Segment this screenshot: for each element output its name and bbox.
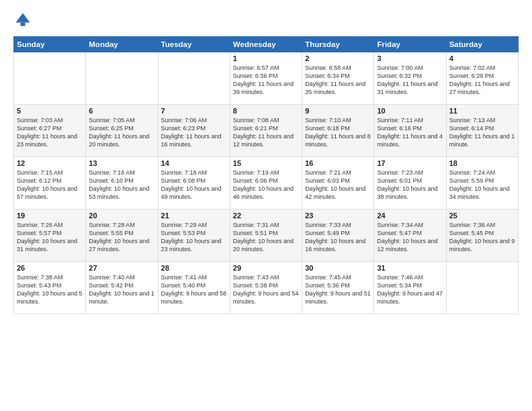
day-number: 6 xyxy=(89,107,154,115)
day-number: 14 xyxy=(161,159,227,167)
week-row-3: 12Sunrise: 7:15 AM Sunset: 6:12 PM Dayli… xyxy=(14,157,519,210)
svg-rect-1 xyxy=(21,23,26,26)
weekday-header-wednesday: Wednesday xyxy=(230,37,302,52)
day-number: 30 xyxy=(305,264,371,272)
cell-info: Sunrise: 7:43 AM Sunset: 5:38 PM Dayligh… xyxy=(233,273,299,306)
cell-info: Sunrise: 7:33 AM Sunset: 5:49 PM Dayligh… xyxy=(305,221,371,254)
calendar-cell: 2Sunrise: 6:58 AM Sunset: 6:34 PM Daylig… xyxy=(302,52,374,105)
weekday-header-thursday: Thursday xyxy=(302,37,374,52)
day-number: 3 xyxy=(377,54,443,62)
day-number: 9 xyxy=(305,107,371,115)
svg-marker-0 xyxy=(16,13,30,23)
calendar-cell: 5Sunrise: 7:03 AM Sunset: 6:27 PM Daylig… xyxy=(14,105,86,157)
calendar-cell xyxy=(86,52,158,105)
cell-info: Sunrise: 7:41 AM Sunset: 5:40 PM Dayligh… xyxy=(161,273,227,306)
calendar-cell: 12Sunrise: 7:15 AM Sunset: 6:12 PM Dayli… xyxy=(14,157,86,210)
calendar-cell: 14Sunrise: 7:18 AM Sunset: 6:08 PM Dayli… xyxy=(158,157,230,210)
calendar-cell: 26Sunrise: 7:38 AM Sunset: 5:43 PM Dayli… xyxy=(14,262,86,314)
cell-info: Sunrise: 7:00 AM Sunset: 6:32 PM Dayligh… xyxy=(377,64,443,97)
logo-icon xyxy=(13,11,32,30)
calendar-cell: 23Sunrise: 7:33 AM Sunset: 5:49 PM Dayli… xyxy=(302,210,374,262)
cell-info: Sunrise: 7:03 AM Sunset: 6:27 PM Dayligh… xyxy=(17,116,83,149)
day-number: 2 xyxy=(305,54,371,62)
cell-info: Sunrise: 7:15 AM Sunset: 6:12 PM Dayligh… xyxy=(17,169,83,201)
cell-info: Sunrise: 7:28 AM Sunset: 5:55 PM Dayligh… xyxy=(89,221,154,254)
cell-info: Sunrise: 7:46 AM Sunset: 5:34 PM Dayligh… xyxy=(377,273,443,306)
calendar-cell: 16Sunrise: 7:21 AM Sunset: 6:03 PM Dayli… xyxy=(302,157,374,210)
cell-info: Sunrise: 7:26 AM Sunset: 5:57 PM Dayligh… xyxy=(17,221,83,254)
day-number: 15 xyxy=(233,159,299,167)
calendar-cell: 27Sunrise: 7:40 AM Sunset: 5:42 PM Dayli… xyxy=(86,262,158,314)
calendar-cell: 18Sunrise: 7:24 AM Sunset: 5:59 PM Dayli… xyxy=(446,157,518,210)
cell-info: Sunrise: 7:36 AM Sunset: 5:45 PM Dayligh… xyxy=(449,221,515,254)
page: SundayMondayTuesdayWednesdayThursdayFrid… xyxy=(0,0,532,411)
day-number: 18 xyxy=(449,159,515,167)
calendar-cell: 29Sunrise: 7:43 AM Sunset: 5:38 PM Dayli… xyxy=(230,262,302,314)
calendar-cell: 24Sunrise: 7:34 AM Sunset: 5:47 PM Dayli… xyxy=(374,210,446,262)
cell-info: Sunrise: 7:38 AM Sunset: 5:43 PM Dayligh… xyxy=(17,273,83,306)
cell-info: Sunrise: 7:08 AM Sunset: 6:21 PM Dayligh… xyxy=(233,116,299,149)
cell-info: Sunrise: 7:06 AM Sunset: 6:23 PM Dayligh… xyxy=(161,116,227,149)
calendar-cell: 3Sunrise: 7:00 AM Sunset: 6:32 PM Daylig… xyxy=(374,52,446,105)
calendar-cell: 20Sunrise: 7:28 AM Sunset: 5:55 PM Dayli… xyxy=(86,210,158,262)
calendar-cell: 9Sunrise: 7:10 AM Sunset: 6:18 PM Daylig… xyxy=(302,105,374,157)
cell-info: Sunrise: 6:57 AM Sunset: 6:36 PM Dayligh… xyxy=(233,64,299,97)
day-number: 27 xyxy=(89,264,154,272)
day-number: 25 xyxy=(449,212,515,220)
calendar-cell: 6Sunrise: 7:05 AM Sunset: 6:25 PM Daylig… xyxy=(86,105,158,157)
day-number: 12 xyxy=(17,159,83,167)
cell-info: Sunrise: 7:05 AM Sunset: 6:25 PM Dayligh… xyxy=(89,116,154,149)
day-number: 13 xyxy=(89,159,154,167)
day-number: 19 xyxy=(17,212,83,220)
day-number: 16 xyxy=(305,159,371,167)
day-number: 11 xyxy=(449,107,515,115)
logo xyxy=(13,11,35,30)
day-number: 28 xyxy=(161,264,227,272)
calendar-cell: 7Sunrise: 7:06 AM Sunset: 6:23 PM Daylig… xyxy=(158,105,230,157)
cell-info: Sunrise: 7:45 AM Sunset: 5:36 PM Dayligh… xyxy=(305,273,371,306)
day-number: 10 xyxy=(377,107,443,115)
cell-info: Sunrise: 7:34 AM Sunset: 5:47 PM Dayligh… xyxy=(377,221,443,254)
weekday-header-saturday: Saturday xyxy=(446,37,518,52)
calendar-cell: 31Sunrise: 7:46 AM Sunset: 5:34 PM Dayli… xyxy=(374,262,446,314)
calendar-cell: 15Sunrise: 7:19 AM Sunset: 6:06 PM Dayli… xyxy=(230,157,302,210)
calendar-table: SundayMondayTuesdayWednesdayThursdayFrid… xyxy=(13,36,519,314)
calendar-cell: 13Sunrise: 7:16 AM Sunset: 6:10 PM Dayli… xyxy=(86,157,158,210)
day-number: 5 xyxy=(17,107,83,115)
day-number: 8 xyxy=(233,107,299,115)
day-number: 7 xyxy=(161,107,227,115)
calendar-cell: 8Sunrise: 7:08 AM Sunset: 6:21 PM Daylig… xyxy=(230,105,302,157)
cell-info: Sunrise: 7:24 AM Sunset: 5:59 PM Dayligh… xyxy=(449,169,515,201)
cell-info: Sunrise: 7:19 AM Sunset: 6:06 PM Dayligh… xyxy=(233,169,299,201)
day-number: 24 xyxy=(377,212,443,220)
day-number: 20 xyxy=(89,212,154,220)
cell-info: Sunrise: 7:18 AM Sunset: 6:08 PM Dayligh… xyxy=(161,169,227,201)
cell-info: Sunrise: 7:40 AM Sunset: 5:42 PM Dayligh… xyxy=(89,273,154,306)
calendar-cell: 19Sunrise: 7:26 AM Sunset: 5:57 PM Dayli… xyxy=(14,210,86,262)
day-number: 22 xyxy=(233,212,299,220)
week-row-4: 19Sunrise: 7:26 AM Sunset: 5:57 PM Dayli… xyxy=(14,210,519,262)
day-number: 17 xyxy=(377,159,443,167)
weekday-header-monday: Monday xyxy=(86,37,158,52)
calendar-cell: 25Sunrise: 7:36 AM Sunset: 5:45 PM Dayli… xyxy=(446,210,518,262)
day-number: 29 xyxy=(233,264,299,272)
calendar-cell: 1Sunrise: 6:57 AM Sunset: 6:36 PM Daylig… xyxy=(230,52,302,105)
calendar-cell xyxy=(446,262,518,314)
calendar-cell: 17Sunrise: 7:23 AM Sunset: 6:01 PM Dayli… xyxy=(374,157,446,210)
calendar-cell xyxy=(14,52,86,105)
calendar-cell: 28Sunrise: 7:41 AM Sunset: 5:40 PM Dayli… xyxy=(158,262,230,314)
cell-info: Sunrise: 7:02 AM Sunset: 6:29 PM Dayligh… xyxy=(449,64,515,97)
day-number: 4 xyxy=(449,54,515,62)
cell-info: Sunrise: 7:29 AM Sunset: 5:53 PM Dayligh… xyxy=(161,221,227,254)
header xyxy=(13,11,519,30)
day-number: 23 xyxy=(305,212,371,220)
day-number: 26 xyxy=(17,264,83,272)
week-row-1: 1Sunrise: 6:57 AM Sunset: 6:36 PM Daylig… xyxy=(14,52,519,105)
week-row-5: 26Sunrise: 7:38 AM Sunset: 5:43 PM Dayli… xyxy=(14,262,519,314)
cell-info: Sunrise: 6:58 AM Sunset: 6:34 PM Dayligh… xyxy=(305,64,371,97)
calendar-cell: 4Sunrise: 7:02 AM Sunset: 6:29 PM Daylig… xyxy=(446,52,518,105)
calendar-cell: 30Sunrise: 7:45 AM Sunset: 5:36 PM Dayli… xyxy=(302,262,374,314)
cell-info: Sunrise: 7:10 AM Sunset: 6:18 PM Dayligh… xyxy=(305,116,371,149)
day-number: 31 xyxy=(377,264,443,272)
cell-info: Sunrise: 7:31 AM Sunset: 5:51 PM Dayligh… xyxy=(233,221,299,254)
